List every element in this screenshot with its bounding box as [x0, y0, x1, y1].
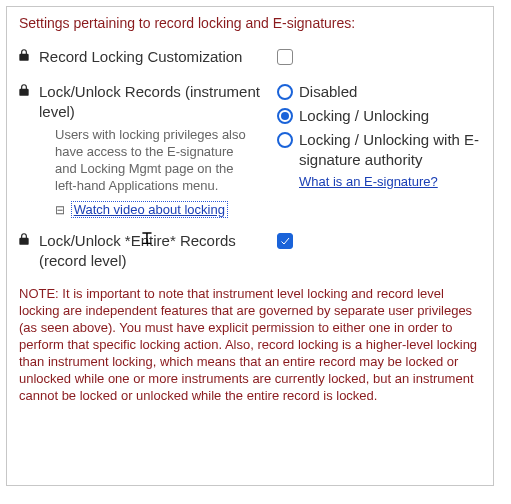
lock-unlock-entire-checkbox[interactable] — [277, 233, 293, 249]
video-icon: ⊟ — [55, 203, 65, 217]
what-is-esignature-link[interactable]: What is an E-signature? — [299, 174, 438, 189]
lock-icon — [17, 49, 31, 65]
radio-disabled[interactable] — [277, 84, 293, 100]
panel-title: Settings pertaining to record locking an… — [19, 15, 483, 31]
row-lock-unlock-instrument: Lock/Unlock Records (instrument level) U… — [17, 82, 483, 217]
record-locking-customization-label: Record Locking Customization — [39, 47, 271, 67]
row-lock-unlock-entire: Lock/Unlock *Entire* Records (record lev… — [17, 231, 483, 271]
row-record-locking-customization: Record Locking Customization — [17, 47, 483, 68]
lock-unlock-entire-label: Lock/Unlock *Entire* Records (record lev… — [39, 231, 271, 271]
radio-locking[interactable] — [277, 108, 293, 124]
radio-option-locking[interactable]: Locking / Unlocking — [277, 106, 483, 126]
record-locking-customization-checkbox[interactable] — [277, 49, 293, 65]
radio-option-disabled[interactable]: Disabled — [277, 82, 483, 102]
lock-icon — [17, 84, 31, 100]
lock-icon — [17, 233, 31, 249]
radio-esig[interactable] — [277, 132, 293, 148]
radio-disabled-label: Disabled — [299, 82, 357, 102]
locking-esign-panel: Settings pertaining to record locking an… — [6, 6, 494, 486]
radio-option-esig[interactable]: Locking / Unlocking with E-signature aut… — [277, 130, 483, 170]
radio-locking-label: Locking / Unlocking — [299, 106, 429, 126]
lock-unlock-instrument-label: Lock/Unlock Records (instrument level) — [39, 82, 271, 122]
note-text: NOTE: It is important to note that instr… — [19, 285, 481, 404]
watch-video-link[interactable]: Watch video about locking — [71, 201, 228, 218]
radio-esig-label: Locking / Unlocking with E-signature aut… — [299, 130, 483, 170]
lock-unlock-instrument-help: Users with locking privileges also have … — [55, 126, 255, 194]
